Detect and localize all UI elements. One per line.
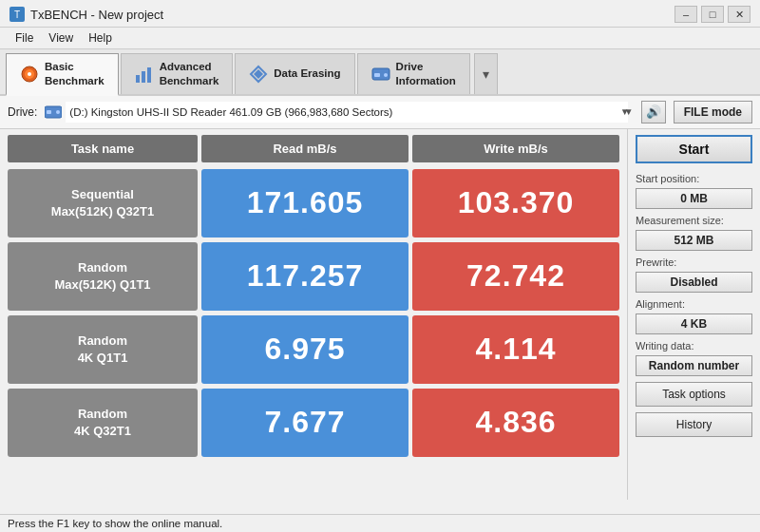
- toolbar: BasicBenchmark AdvancedBenchmark Data Er…: [0, 49, 760, 96]
- data-erasing-icon: [249, 65, 268, 84]
- task-options-button[interactable]: Task options: [636, 382, 752, 407]
- measurement-size-label: Measurement size:: [636, 215, 752, 226]
- tab-drive-information[interactable]: DriveInformation: [357, 53, 470, 94]
- drive-select-wrapper: (D:) Kingston UHS-II SD Reader 461.09 GB…: [45, 102, 633, 123]
- tab-advanced-benchmark[interactable]: AdvancedBenchmark: [121, 53, 234, 94]
- tab-advanced-label: AdvancedBenchmark: [160, 60, 219, 88]
- table-row: Random Max(512K) Q1T1 117.257 72.742: [8, 242, 619, 311]
- task-sequential: Sequential Max(512K) Q32T1: [8, 169, 198, 238]
- window-title: TxBENCH - New project: [30, 8, 163, 22]
- maximize-button[interactable]: □: [701, 6, 724, 23]
- write-sequential: 103.370: [412, 169, 619, 238]
- status-text: Press the F1 key to show the online manu…: [8, 518, 222, 529]
- status-bar: Press the F1 key to show the online manu…: [0, 514, 760, 532]
- menu-help[interactable]: Help: [81, 29, 120, 47]
- write-random-4k-q32t1: 4.836: [412, 389, 619, 457]
- writing-data-value[interactable]: Random number: [636, 355, 752, 376]
- tab-basic-label: BasicBenchmark: [45, 60, 104, 88]
- table-header: Task name Read mB/s Write mB/s: [8, 135, 619, 162]
- table-row: Random 4K Q32T1 7.677 4.836: [8, 389, 619, 457]
- tab-basic-benchmark[interactable]: BasicBenchmark: [6, 53, 119, 96]
- svg-rect-5: [147, 67, 151, 83]
- drive-label: Drive:: [8, 105, 37, 119]
- svg-rect-7: [374, 73, 380, 77]
- read-random-4k-q1t1: 6.975: [201, 315, 408, 384]
- minimize-button[interactable]: –: [674, 6, 697, 23]
- svg-rect-3: [136, 75, 140, 83]
- tab-dropdown-button[interactable]: ▾: [474, 53, 498, 94]
- tab-drive-info-label: DriveInformation: [396, 60, 456, 88]
- task-random-4k-q1t1: Random 4K Q1T1: [8, 315, 198, 384]
- table-row: Random 4K Q1T1 6.975 4.114: [8, 315, 619, 384]
- drive-refresh-button[interactable]: 🔊: [641, 101, 666, 124]
- menu-file[interactable]: File: [8, 29, 41, 47]
- write-random-4k-q1t1: 4.114: [412, 315, 619, 384]
- advanced-benchmark-icon: [135, 65, 154, 84]
- prewrite-value[interactable]: Disabled: [636, 272, 752, 293]
- read-random-512k: 117.257: [201, 242, 408, 311]
- read-sequential: 171.605: [201, 169, 408, 238]
- write-random-512k: 72.742: [412, 242, 619, 311]
- main-content: Task name Read mB/s Write mB/s Sequentia…: [0, 129, 760, 500]
- basic-benchmark-icon: [20, 65, 39, 84]
- file-mode-button[interactable]: FILE mode: [674, 101, 752, 124]
- svg-point-2: [28, 72, 31, 76]
- app-icon: T: [10, 7, 25, 22]
- tab-erasing-label: Data Erasing: [274, 66, 340, 81]
- alignment-value[interactable]: 4 KB: [636, 314, 752, 334]
- start-position-value[interactable]: 0 MB: [636, 188, 752, 209]
- menu-view[interactable]: View: [41, 29, 81, 47]
- table-row: Sequential Max(512K) Q32T1 171.605 103.3…: [8, 169, 619, 238]
- drive-row: Drive: (D:) Kingston UHS-II SD Reader 46…: [0, 96, 760, 129]
- start-position-label: Start position:: [636, 173, 752, 184]
- menu-bar: File View Help: [0, 28, 760, 49]
- col-task-name: Task name: [8, 135, 198, 162]
- read-random-4k-q32t1: 7.677: [201, 389, 408, 457]
- start-button[interactable]: Start: [636, 135, 752, 163]
- svg-rect-4: [142, 71, 145, 83]
- benchmark-area: Task name Read mB/s Write mB/s Sequentia…: [0, 129, 627, 500]
- svg-point-11: [56, 110, 60, 114]
- title-bar: T TxBENCH - New project – □ ✕: [0, 0, 760, 28]
- alignment-label: Alignment:: [636, 298, 752, 310]
- task-random-512k: Random Max(512K) Q1T1: [8, 242, 198, 311]
- prewrite-label: Prewrite:: [636, 256, 752, 268]
- tab-data-erasing[interactable]: Data Erasing: [235, 53, 354, 94]
- right-panel: Start Start position: 0 MB Measurement s…: [627, 129, 760, 500]
- drive-select[interactable]: (D:) Kingston UHS-II SD Reader 461.09 GB…: [66, 102, 627, 123]
- window-controls: – □ ✕: [674, 6, 750, 23]
- writing-data-label: Writing data:: [636, 340, 752, 352]
- measurement-size-value[interactable]: 512 MB: [636, 230, 752, 251]
- svg-rect-10: [47, 110, 51, 114]
- close-button[interactable]: ✕: [728, 6, 750, 23]
- col-read: Read mB/s: [201, 135, 408, 162]
- drive-information-icon: [371, 65, 390, 84]
- drive-icon: [45, 104, 62, 120]
- history-button[interactable]: History: [636, 412, 752, 437]
- task-random-4k-q32t1: Random 4K Q32T1: [8, 389, 198, 457]
- svg-point-8: [384, 73, 388, 77]
- col-write: Write mB/s: [412, 135, 619, 162]
- title-bar-left: T TxBENCH - New project: [10, 7, 163, 22]
